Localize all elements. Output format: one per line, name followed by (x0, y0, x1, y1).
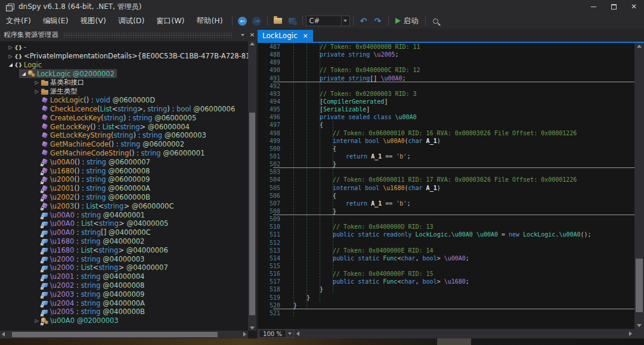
scroll-down-icon[interactable] (250, 327, 255, 330)
text-segment: CheckLicence (50, 105, 97, 113)
tree-node[interactable]: \u1680 : string @04000002 (0, 237, 248, 246)
undo-button[interactable]: ↶ (357, 14, 371, 27)
text-segment: string (81, 228, 101, 237)
tree-vscroll-thumb[interactable] (249, 113, 255, 315)
tree-node-label: \u2001() : string @0600000A (50, 184, 150, 192)
tree-node[interactable]: ▷{}<PrivateImplementationDetails>{8E00C5… (0, 52, 248, 61)
expand-icon[interactable]: ▷ (7, 54, 14, 59)
method-icon (41, 202, 50, 210)
menu-item[interactable]: 帮助(H) (190, 13, 228, 29)
tree-node[interactable]: \u2001() : string @0600000A (0, 184, 248, 193)
line-number: 491 (258, 74, 280, 82)
search-button[interactable] (429, 14, 443, 27)
tree-node[interactable]: \u2002 : string @04000008 (0, 281, 248, 290)
menu-item[interactable]: 文件(F) (0, 13, 37, 29)
scroll-right-icon[interactable] (629, 331, 632, 336)
nav-forward-button[interactable]: → (250, 14, 264, 27)
tree-node[interactable]: \u2001 : string @04000004 (0, 272, 248, 281)
tree-node[interactable]: \u2005 : string @0400000B (0, 307, 248, 316)
tree-node[interactable]: \u2003 : string @04000009 (0, 290, 248, 299)
combo-dropdown-button[interactable] (341, 16, 349, 26)
editor-vscroll-thumb[interactable] (636, 259, 643, 312)
tree-hscroll-thumb[interactable] (12, 332, 218, 337)
tab-locklogic[interactable]: LockLogic ✕ (258, 30, 313, 42)
redo-button[interactable]: ↷ (371, 14, 385, 27)
menu-item[interactable]: 调试(D) (112, 13, 150, 29)
scroll-left-icon[interactable] (2, 332, 5, 337)
code-text: internal bool \u00A0(char A_1) (333, 137, 441, 145)
text-segment: @0400000A (103, 299, 145, 307)
expand-icon[interactable]: ▷ (7, 45, 14, 50)
menu-item[interactable]: 视图(V) (75, 13, 112, 29)
start-button[interactable]: 启动 (392, 14, 422, 27)
reload-button[interactable] (285, 14, 299, 27)
open-button[interactable] (271, 14, 285, 27)
text-segment: : (75, 219, 81, 228)
tree-node[interactable]: \u2002() : string @0600000B (0, 193, 248, 202)
zoom-dropdown-button[interactable] (286, 330, 294, 338)
text-segment: @0400000C (109, 228, 151, 237)
close-button[interactable]: ✕ (624, 0, 644, 13)
zoom-level-combo[interactable]: 100 % (259, 330, 286, 338)
tree-node[interactable]: GetMachineCode() : string @06000002 (0, 140, 248, 149)
text-segment: ) : (133, 131, 143, 139)
tree-node[interactable]: LockLogic() : void @0600000D (0, 96, 248, 105)
tree-node[interactable]: \u00A0 : List<string> @04000005 (0, 219, 248, 228)
tab-close-icon[interactable]: ✕ (303, 32, 308, 39)
scroll-left-icon[interactable] (296, 331, 299, 336)
language-combo[interactable]: C# (306, 15, 350, 26)
tree-node[interactable]: {}Logic (0, 61, 248, 70)
tree-node[interactable]: CheckLicence(List<string>, string) : boo… (0, 105, 248, 114)
tree-node[interactable]: \u2000 : List<string> @04000007 (0, 263, 248, 272)
nav-back-button[interactable]: ← (236, 14, 250, 27)
tree-node[interactable]: \u00A0() : string @06000007 (0, 157, 248, 166)
tree-node[interactable]: \u1680() : string @06000008 (0, 166, 248, 175)
method-icon (41, 167, 50, 175)
minimize-button[interactable] (583, 0, 603, 13)
text-segment: List (81, 219, 93, 228)
tree-node[interactable]: \u1680 : List<string> @04000006 (0, 245, 248, 254)
scroll-down-icon[interactable] (637, 324, 642, 327)
panel-close-button[interactable]: ✕ (247, 30, 257, 40)
tree-node[interactable]: ▷派生类型 (0, 87, 248, 96)
collapse-icon[interactable] (20, 72, 27, 76)
scroll-right-icon[interactable] (243, 332, 246, 337)
assembly-tree[interactable]: ▷{}-▷{}<PrivateImplementationDetails>{8E… (0, 41, 248, 331)
scroll-up-icon[interactable] (250, 42, 255, 45)
text-segment: bool (365, 185, 379, 191)
tree-node[interactable]: ▷基类和接口 (0, 78, 248, 87)
taskbar-item[interactable] (437, 338, 471, 345)
text-segment: \u2003 (50, 202, 74, 210)
tree-node[interactable]: ▷{}- (0, 43, 248, 52)
tree-node[interactable]: ▷\u00A0 @02000003 (0, 316, 248, 325)
tree-node-label: GetLockKey() : List<string> @06000004 (50, 123, 190, 131)
restore-button[interactable] (603, 0, 624, 13)
editor-vertical-scrollbar[interactable] (634, 43, 644, 329)
tree-node-label: \u2001 : string @04000004 (50, 272, 144, 281)
tree-node[interactable]: \u2000() : string @06000009 (0, 175, 248, 184)
code-view[interactable]: 487// Token: 0x0400000B RID: 11488privat… (258, 43, 634, 329)
tree-node[interactable]: GetLockKey() : List<string> @06000004 (0, 122, 248, 131)
code-line: 514public static Func<char, bool> \u00A0… (258, 254, 634, 262)
expand-icon[interactable]: ▷ (33, 80, 41, 85)
menu-item[interactable]: 编辑(E) (37, 13, 75, 29)
tree-node[interactable]: \u2004 : string @0400000A (0, 299, 248, 307)
tree-node[interactable]: \u00A0 : string @04000001 (0, 210, 248, 219)
tree-node[interactable]: \u2003() : List<string> @0600000C (0, 201, 248, 210)
tree-node[interactable]: GetLockKeyString(string) : string @06000… (0, 131, 248, 140)
panel-menu-button[interactable] (238, 30, 247, 40)
scroll-up-icon[interactable] (637, 45, 642, 48)
tree-node[interactable]: GetMachineCodeString() : string @0600000… (0, 149, 248, 158)
expand-icon[interactable]: ▷ (33, 318, 41, 324)
line-number: 490 (258, 66, 280, 74)
menu-item[interactable]: 窗口(W) (150, 13, 190, 29)
tree-node[interactable]: \u2000 : string @04000003 (0, 254, 248, 263)
editor-horizontal-scrollbar[interactable] (294, 329, 634, 338)
tree-node[interactable]: \u00A0 : string[] @0400000C (0, 228, 248, 237)
tree-vertical-scrollbar[interactable] (248, 41, 256, 331)
tree-horizontal-scrollbar[interactable] (0, 331, 248, 338)
expand-icon[interactable]: ▷ (33, 89, 41, 94)
tree-node[interactable]: CreateLockKey(string) : string @06000005 (0, 113, 248, 122)
tree-node[interactable]: LockLogic @02000002 (0, 69, 248, 78)
collapse-icon[interactable] (7, 63, 14, 67)
